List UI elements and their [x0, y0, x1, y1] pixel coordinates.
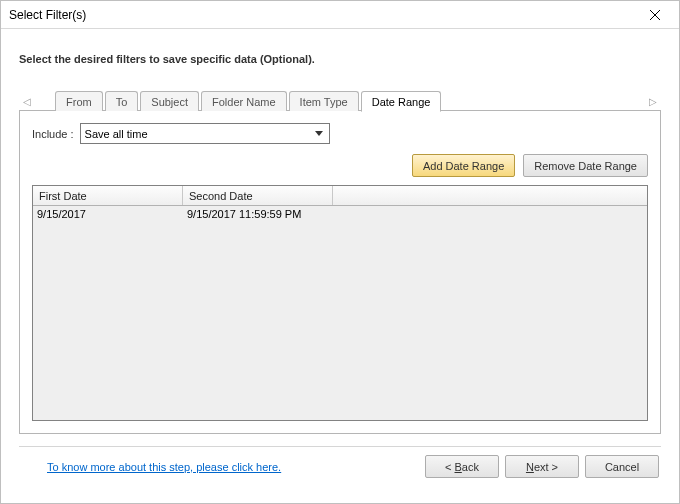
date-range-button-row: Add Date Range Remove Date Range — [32, 154, 648, 177]
tab-item-type[interactable]: Item Type — [289, 91, 359, 111]
listview-body: 9/15/2017 9/15/2017 11:59:59 PM — [33, 206, 647, 420]
cancel-button[interactable]: Cancel — [585, 455, 659, 478]
cell-first-date: 9/15/2017 — [33, 206, 183, 222]
tab-label: To — [116, 96, 128, 108]
column-label: First Date — [39, 190, 87, 202]
select-filters-dialog: Select Filter(s) Select the desired filt… — [0, 0, 680, 504]
button-label: Cancel — [605, 461, 639, 473]
close-button[interactable] — [637, 4, 673, 26]
tab-date-range[interactable]: Date Range — [361, 91, 442, 112]
column-label: Second Date — [189, 190, 253, 202]
column-spacer — [333, 186, 647, 205]
close-icon — [650, 10, 660, 20]
titlebar: Select Filter(s) — [1, 1, 679, 29]
remove-date-range-button[interactable]: Remove Date Range — [523, 154, 648, 177]
listview-header: First Date Second Date — [33, 186, 647, 206]
tab-scroll-right[interactable]: ▷ — [645, 92, 661, 110]
add-date-range-button[interactable]: Add Date Range — [412, 154, 515, 177]
next-button[interactable]: Next > — [505, 455, 579, 478]
tab-folder-name[interactable]: Folder Name — [201, 91, 287, 111]
tab-label: Date Range — [372, 96, 431, 108]
cell-second-date: 9/15/2017 11:59:59 PM — [183, 206, 333, 222]
instruction-text: Select the desired filters to save speci… — [19, 53, 661, 65]
filter-tabbar: ◁ From To Subject Folder Name Item Type … — [19, 89, 661, 111]
chevron-down-icon — [312, 126, 327, 141]
wizard-buttons: < Back Next > Cancel — [425, 455, 659, 478]
tab-label: Folder Name — [212, 96, 276, 108]
tab-label: From — [66, 96, 92, 108]
tab-label: Item Type — [300, 96, 348, 108]
window-title: Select Filter(s) — [9, 8, 86, 22]
column-first-date[interactable]: First Date — [33, 186, 183, 205]
footer-separator — [19, 446, 661, 447]
help-link-label: To know more about this step, please cli… — [47, 461, 281, 473]
button-label: Remove Date Range — [534, 160, 637, 172]
include-value: Save all time — [85, 128, 148, 140]
button-label: < Back — [445, 461, 479, 473]
table-row[interactable]: 9/15/2017 9/15/2017 11:59:59 PM — [33, 206, 647, 222]
tab-from[interactable]: From — [55, 91, 103, 111]
tab-label: Subject — [151, 96, 188, 108]
dialog-footer: To know more about this step, please cli… — [19, 455, 661, 488]
date-range-listview[interactable]: First Date Second Date 9/15/2017 9/15/20… — [32, 185, 648, 421]
include-label: Include : — [32, 128, 74, 140]
tab-scroll-left[interactable]: ◁ — [19, 92, 35, 110]
button-label: Add Date Range — [423, 160, 504, 172]
column-second-date[interactable]: Second Date — [183, 186, 333, 205]
include-row: Include : Save all time — [32, 123, 648, 144]
include-combobox[interactable]: Save all time — [80, 123, 330, 144]
tab-subject[interactable]: Subject — [140, 91, 199, 111]
button-label: Next > — [526, 461, 558, 473]
help-link[interactable]: To know more about this step, please cli… — [47, 461, 281, 473]
tab-to[interactable]: To — [105, 91, 139, 111]
date-range-panel: Include : Save all time Add Date Range R… — [19, 111, 661, 434]
dialog-content: Select the desired filters to save speci… — [1, 29, 679, 503]
back-button[interactable]: < Back — [425, 455, 499, 478]
